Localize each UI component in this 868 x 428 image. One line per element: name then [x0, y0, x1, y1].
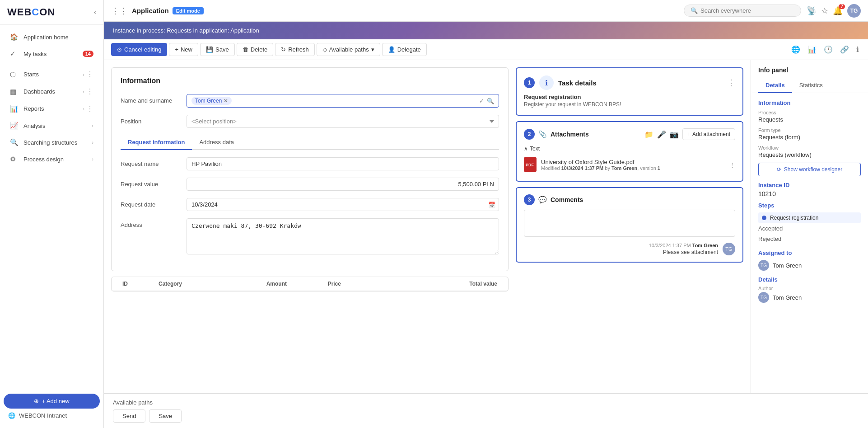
dashboards-dots[interactable]: ⋮ [86, 87, 93, 96]
attachments-panel: 2 📎 Attachments 📁 🎤 📷 + Add attachment ∧… [516, 121, 743, 182]
right-panels: 1 ℹ Task details ⋮ Request registration … [516, 60, 751, 393]
request-date-field: Request date 📅 [121, 198, 499, 211]
comment-input[interactable] [524, 210, 735, 237]
info-tab-details[interactable]: Details [758, 78, 792, 93]
workflow-value: Requests (workflow) [758, 151, 861, 158]
home-icon: 🏠 [10, 33, 19, 41]
calendar-icon[interactable]: 📅 [488, 201, 495, 208]
notifications-icon[interactable]: 🔔 7 [833, 6, 843, 16]
position-field: Position <Select position> [121, 115, 499, 128]
excel-icon[interactable]: 📊 [806, 43, 818, 56]
search-person-icon[interactable]: 🔍 [487, 98, 494, 104]
search-structures-icon: 🔍 [10, 138, 19, 146]
sidebar-item-searching-structures[interactable]: 🔍 Searching structures › [3, 134, 101, 151]
process-design-icon: ⚙ [10, 155, 19, 163]
sidebar-item-my-tasks[interactable]: ✓ My tasks 14 [3, 46, 101, 62]
sidebar-item-analysis[interactable]: 📈 Analysis › [3, 118, 101, 134]
star-icon[interactable]: ☆ [821, 6, 828, 16]
step-item-0: Request registration [758, 212, 861, 223]
refresh-icon: ↻ [281, 46, 286, 53]
attach-header: 2 📎 Attachments 📁 🎤 📷 + Add attachment [524, 128, 735, 140]
available-paths-button[interactable]: ◇ Available paths ▾ [317, 43, 380, 56]
analysis-arrow: › [92, 123, 93, 128]
process-value: Requests [758, 116, 861, 123]
topbar-icons: 📡 ☆ 🔔 7 TG [807, 4, 861, 18]
send-path-button[interactable]: Send [113, 409, 145, 423]
tasks-badge: 14 [83, 51, 93, 57]
refresh-button[interactable]: ↻ Refresh [275, 43, 315, 56]
mic-icon[interactable]: 🎤 [657, 130, 666, 139]
request-name-label: Request name [121, 157, 179, 167]
save-button[interactable]: 💾 Save [200, 43, 235, 56]
app-title: Application [132, 7, 169, 14]
attach-file-info: University of Oxford Style Guide.pdf Mod… [541, 159, 725, 171]
assigned-to-label: Assigned to [758, 249, 861, 256]
sidebar-item-application-home[interactable]: 🏠 Application home [3, 29, 101, 45]
search-bar[interactable]: 🔍 [684, 5, 801, 17]
link-icon[interactable]: 🔗 [838, 43, 851, 56]
logo-area: WEBCON ‹ [0, 0, 103, 25]
request-date-input[interactable] [187, 198, 499, 211]
sidebar-item-starts[interactable]: ⬡ Starts › ⋮ [3, 66, 101, 83]
webcon-intranet-link[interactable]: 🌐 WEBCON Intranet [4, 409, 100, 423]
diamond-icon: ◇ [322, 46, 327, 53]
cancel-editing-button[interactable]: ⊙ Cancel editing [111, 43, 167, 56]
chip-close-icon[interactable]: ✕ [224, 98, 228, 104]
form-type-label: Form type [758, 127, 861, 133]
starts-dots[interactable]: ⋮ [86, 70, 93, 79]
sidebar-item-dashboards[interactable]: ▦ Dashboards › ⋮ [3, 83, 101, 100]
comments-header: 3 💬 Comments [524, 194, 735, 205]
task-panel-header: 1 ℹ Task details ⋮ [524, 75, 735, 90]
info-toolbar-icon[interactable]: ℹ [854, 43, 861, 56]
content-area: Information Name and surname Tom Green ✕… [104, 60, 868, 393]
tab-request-info[interactable]: Request information [121, 135, 192, 150]
delete-button[interactable]: 🗑 Delete [237, 43, 274, 56]
reports-dots[interactable]: ⋮ [86, 104, 93, 113]
position-select[interactable]: <Select position> [187, 115, 499, 128]
user-avatar[interactable]: TG [847, 4, 861, 18]
form-area: Information Name and surname Tom Green ✕… [104, 60, 516, 393]
grid-icon[interactable]: ⋮⋮ [111, 6, 127, 16]
new-button[interactable]: + New [169, 43, 198, 56]
task-more-icon[interactable]: ⋮ [727, 78, 735, 88]
name-surname-input[interactable]: Tom Green ✕ ✓ 🔍 [187, 94, 499, 108]
toolbar: ⊙ Cancel editing + New 💾 Save 🗑 Delete ↻… [104, 39, 868, 60]
analysis-icon: 📈 [10, 122, 19, 130]
comment-meta: 10/3/2024 1:37 PM Tom Green [649, 243, 718, 248]
process-label: Process [758, 110, 861, 115]
comments-title: Comments [551, 196, 583, 203]
task-title: Task details [558, 79, 723, 87]
checkmark-icon[interactable]: ✓ [479, 98, 484, 104]
step-badge-1: 1 [524, 77, 535, 88]
globe-toolbar-icon[interactable]: 🌐 [789, 43, 802, 56]
information-panel: Information Name and surname Tom Green ✕… [111, 67, 509, 271]
sidebar-item-process-design[interactable]: ⚙ Process design › [3, 151, 101, 167]
sidebar-item-reports[interactable]: 📊 Reports › ⋮ [3, 100, 101, 117]
request-name-input[interactable] [187, 157, 499, 170]
clock-icon[interactable]: 🕐 [822, 43, 835, 56]
folder-icon[interactable]: 📁 [644, 130, 653, 139]
request-value-input[interactable] [187, 178, 499, 191]
instance-id-value: 10210 [758, 190, 861, 198]
sidebar-toggle[interactable]: ‹ [94, 8, 96, 16]
topbar: ⋮⋮ Application Edit mode 🔍 📡 ☆ 🔔 7 TG [104, 0, 868, 22]
address-field: Address Czerwone maki 87, 30-692 Kraków [121, 218, 499, 254]
delegate-button[interactable]: 👤 Delegate [382, 43, 427, 56]
search-input[interactable] [700, 7, 794, 14]
attach-more-icon[interactable]: ⋮ [729, 161, 735, 168]
step-badge-2: 2 [524, 129, 535, 140]
tab-address-data[interactable]: Address data [192, 135, 241, 150]
save-path-button[interactable]: Save [149, 409, 182, 423]
tasks-icon: ✓ [10, 50, 19, 58]
chevron-down-icon: ▾ [371, 46, 374, 53]
info-tab-statistics[interactable]: Statistics [792, 78, 830, 93]
paperclip-icon: 📎 [538, 130, 547, 138]
camera-icon[interactable]: 📷 [670, 130, 679, 139]
add-new-button[interactable]: ⊕ + Add new [4, 394, 100, 409]
address-textarea[interactable]: Czerwone maki 87, 30-692 Kraków [187, 218, 499, 254]
show-workflow-button[interactable]: ⟳ Show workflow designer [758, 163, 861, 176]
address-label: Address [121, 218, 179, 228]
broadcast-icon[interactable]: 📡 [807, 6, 817, 16]
add-attachment-button[interactable]: + Add attachment [682, 128, 735, 140]
sidebar-bottom: ⊕ + Add new 🌐 WEBCON Intranet [0, 388, 103, 428]
